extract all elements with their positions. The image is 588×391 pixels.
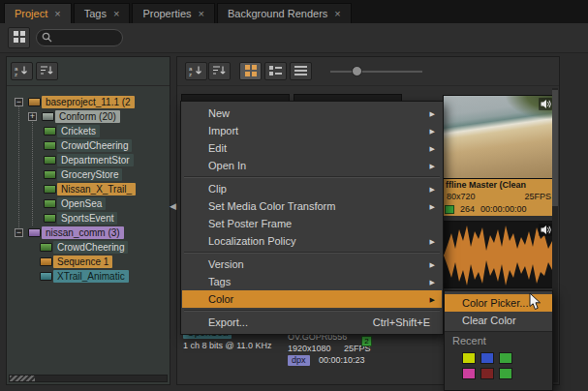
menu-item-set-poster-frame[interactable]: Set Poster Frame bbox=[182, 215, 442, 232]
tab-label: Project bbox=[15, 8, 47, 19]
clip-resolution: 1920x1080 bbox=[288, 344, 331, 354]
svg-text:z: z bbox=[189, 72, 192, 76]
search-box[interactable] bbox=[36, 29, 123, 46]
menu-item-import[interactable]: Import ▶ bbox=[182, 122, 442, 139]
search-input[interactable] bbox=[55, 32, 115, 45]
thumbnail-size-slider-track[interactable] bbox=[330, 71, 422, 73]
project-icon bbox=[28, 228, 41, 237]
clip-title-row[interactable]: ffline Master (Clean bbox=[443, 179, 555, 191]
menu-item-clip[interactable]: Clip ▶ bbox=[182, 180, 442, 197]
tree-item-label[interactable]: XTrail_Animatic bbox=[53, 270, 129, 283]
menu-item-label: Localization Policy bbox=[208, 235, 296, 247]
color-swatch[interactable] bbox=[480, 352, 494, 364]
horizontal-scrollbar[interactable] bbox=[9, 375, 168, 382]
clip-resolution: 80x720 bbox=[447, 191, 476, 202]
submenu-arrow-icon: ▶ bbox=[430, 256, 435, 274]
application-window: Project × Tags × Properties × Background… bbox=[0, 0, 588, 391]
tab-background-renders[interactable]: Background Renders × bbox=[217, 3, 352, 23]
submenu-arrow-icon: ▶ bbox=[430, 274, 435, 291]
layout-grid-button[interactable] bbox=[8, 27, 30, 48]
thumbnail-view-button[interactable] bbox=[239, 62, 262, 80]
clip-icon bbox=[44, 127, 56, 135]
tree-panel-header: az bbox=[7, 57, 170, 86]
color-swatch[interactable] bbox=[462, 368, 476, 379]
clip-icon bbox=[40, 272, 52, 281]
submenu-arrow-icon: ▶ bbox=[430, 181, 435, 198]
tree-row: CrowdCheering bbox=[7, 241, 171, 254]
expander-icon[interactable]: − bbox=[15, 228, 23, 237]
clip-timecode: 00:00:00:00 bbox=[480, 203, 527, 215]
sort-order-button[interactable] bbox=[208, 62, 231, 80]
clip-thumbnail-audio[interactable] bbox=[443, 221, 555, 288]
menu-item-set-media-color-transform[interactable]: Set Media Color Transform ▶ bbox=[182, 197, 442, 215]
list-view-button[interactable] bbox=[290, 62, 312, 80]
sort-order-button[interactable] bbox=[36, 62, 58, 80]
clip-icon bbox=[44, 185, 56, 194]
menu-item-label: Color Picker... bbox=[462, 297, 528, 309]
panel-collapse-arrow[interactable]: ◀ bbox=[170, 201, 176, 211]
tree-item-label[interactable]: CrowdCheering bbox=[57, 139, 132, 152]
menu-item-label: Export... bbox=[208, 316, 248, 328]
menu-separator bbox=[184, 176, 440, 178]
tree-row: + Conform (20) bbox=[7, 110, 171, 123]
thumbnail-size-slider-handle[interactable] bbox=[352, 66, 362, 76]
menu-item-localization-policy[interactable]: Localization Policy ▶ bbox=[182, 232, 442, 250]
tree-item-label[interactable]: OpenSea bbox=[57, 197, 106, 210]
tree-row: Crickets bbox=[7, 125, 171, 137]
menu-item-edit[interactable]: Edit ▶ bbox=[182, 139, 442, 157]
tree-row: SportsEvent bbox=[7, 212, 171, 225]
close-icon[interactable]: × bbox=[54, 9, 60, 19]
sort-alphabetical-button[interactable]: az bbox=[185, 62, 207, 80]
color-swatch[interactable] bbox=[480, 368, 494, 379]
tab-tags[interactable]: Tags × bbox=[74, 3, 131, 23]
project-icon bbox=[28, 98, 41, 106]
menu-item-new[interactable]: New ▶ bbox=[182, 105, 442, 122]
tree-row: − nissan_comm (3) bbox=[7, 226, 171, 239]
menu-item-label: Clear Color bbox=[462, 315, 516, 326]
scrollbar-thumb[interactable] bbox=[10, 376, 35, 381]
clip-icon bbox=[44, 156, 56, 165]
color-swatch[interactable] bbox=[499, 352, 512, 364]
tree-item-label[interactable]: CrowdCheering bbox=[53, 241, 128, 254]
sort-bars-icon bbox=[212, 63, 227, 80]
menu-item-label: Import bbox=[208, 125, 238, 136]
submenu-arrow-icon: ▶ bbox=[430, 140, 435, 158]
menu-item-tags[interactable]: Tags ▶ bbox=[182, 273, 442, 290]
expander-icon[interactable]: + bbox=[28, 112, 37, 121]
tree-item-label[interactable]: GroceryStore bbox=[57, 168, 122, 181]
tree-row: Sequence 1 bbox=[7, 256, 171, 268]
expander-icon[interactable]: − bbox=[15, 98, 23, 106]
menu-item-version[interactable]: Version ▶ bbox=[182, 256, 442, 273]
menu-separator bbox=[184, 310, 440, 312]
tree-item-label[interactable]: DepartmentStor bbox=[57, 154, 134, 166]
menu-item-open-in[interactable]: Open In ▶ bbox=[182, 157, 442, 174]
clip-format-row: 80x720 25FPS bbox=[443, 191, 555, 202]
tree-item-label[interactable]: Conform (20) bbox=[55, 110, 120, 123]
color-swatch[interactable] bbox=[462, 352, 476, 364]
tree-item-label[interactable]: nissan_comm (3) bbox=[42, 226, 124, 239]
tree-item-label[interactable]: baseproject_11.1 (2 bbox=[42, 96, 135, 108]
menu-item-color[interactable]: Color ▶ bbox=[182, 290, 442, 308]
tab-properties[interactable]: Properties × bbox=[132, 3, 215, 23]
close-icon[interactable]: × bbox=[199, 9, 204, 19]
clip-thumbnail-offline-master[interactable] bbox=[443, 95, 555, 179]
sort-alphabetical-button[interactable]: az bbox=[11, 62, 33, 80]
tree-item-label[interactable]: Sequence 1 bbox=[53, 256, 112, 268]
clip-format-chip: dpx bbox=[288, 355, 310, 366]
thumbnail-grid-icon bbox=[245, 63, 257, 80]
tree-item-label[interactable]: SportsEvent bbox=[57, 212, 117, 225]
tree-item-label[interactable]: Nissan_X_Trail_ bbox=[57, 183, 136, 196]
tree-item-label[interactable]: Crickets bbox=[57, 125, 100, 137]
scrollbar-thumb[interactable] bbox=[552, 90, 558, 206]
list-thumbnail-view-button[interactable] bbox=[264, 62, 287, 80]
menu-item-export[interactable]: Export... Ctrl+Shift+E bbox=[182, 314, 442, 331]
close-icon[interactable]: × bbox=[113, 9, 119, 19]
menu-item-label: Clip bbox=[208, 183, 227, 195]
clip-icon bbox=[44, 214, 56, 223]
close-icon[interactable]: × bbox=[334, 9, 340, 19]
submenu-arrow-icon: ▶ bbox=[430, 233, 435, 251]
tab-label: Background Renders bbox=[228, 8, 327, 19]
tab-project[interactable]: Project × bbox=[4, 3, 72, 23]
submenu-arrow-icon: ▶ bbox=[430, 105, 435, 123]
color-swatch[interactable] bbox=[499, 368, 512, 379]
